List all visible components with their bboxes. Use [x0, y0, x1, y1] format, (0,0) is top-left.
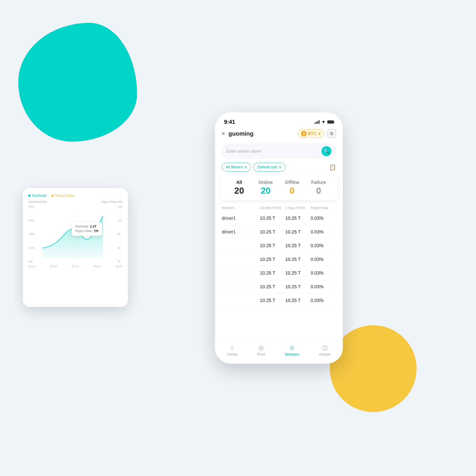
worker-10min-3: 10.25 T [260, 243, 285, 248]
hashrate-dot [28, 195, 31, 197]
worker-reject-1: 0.03% [311, 216, 336, 221]
chart-area: 300k 240k 180k 120k 60k 16E 12E 9E 6E 3E [28, 204, 122, 264]
stats-card: All 20 Online 20 Offline 0 Failure 0 [221, 175, 337, 200]
table-row[interactable]: driver1 10.25 T 10.25 T 0.03% [215, 225, 343, 239]
nav-workers[interactable]: ☺ Workers [285, 344, 299, 357]
nav-home[interactable]: ⌂ Home [227, 344, 238, 357]
worker-name-1: driver1 [222, 216, 260, 221]
sort-label: Default sort [257, 165, 277, 170]
tooltip-hashrate-row: Hashrate 1.2T [75, 224, 99, 228]
tooltip-reject-row: Reject Rate 1% [75, 229, 99, 233]
tooltip-reject-label: Reject Rate [75, 229, 92, 233]
worker-1day-2: 10.25 T [285, 229, 311, 235]
bottom-nav: ⌂ Home ◎ Pool ☺ Workers ◫ Assets [215, 340, 343, 364]
wifi-icon: ▼ [321, 120, 325, 124]
worker-10min-1: 10.25 T [260, 216, 285, 221]
chart-panel: Hashrate Reject Rate Hashrate(H/s) Rejec… [23, 188, 128, 307]
worker-reject-6: 0.03% [311, 284, 336, 289]
signal-icon [315, 120, 320, 124]
table-row[interactable]: 10.25 T 10.25 T 0.03% [215, 253, 343, 266]
stat-failure-value: 0 [305, 186, 332, 196]
nav-assets-label: Assets [319, 352, 331, 357]
miners-chevron: ∨ [244, 165, 247, 170]
header-right: ₿ BTC ∨ ⚙ [298, 129, 336, 138]
status-bar: 9:41 ▼ [215, 112, 343, 127]
search-button[interactable]: 🔍 [321, 146, 331, 156]
legend-reject: Reject Rate [51, 194, 74, 198]
worker-reject-2: 0.03% [311, 229, 336, 235]
worker-10min-5: 10.25 T [260, 271, 285, 276]
main-phone: 9:41 ▼ ≡ guoming ₿ BTC [215, 112, 343, 364]
y-right-label: Reject Rate (%) [102, 200, 122, 204]
table-row[interactable]: driver1 10.25 T 10.25 T 0.03% [215, 211, 343, 225]
phone-inner: 9:41 ▼ ≡ guoming ₿ BTC [215, 112, 343, 364]
worker-reject-7: 0.03% [311, 298, 336, 303]
worker-name-2: driver1 [222, 229, 260, 235]
sort-filter[interactable]: Default sort ∨ [254, 163, 285, 171]
edit-icon[interactable]: 📋 [329, 164, 336, 170]
chart-tooltip: Hashrate 1.2T Reject Rate 1% [72, 222, 102, 236]
tooltip-hashrate-value: 1.2T [90, 224, 96, 228]
app-header: ≡ guoming ₿ BTC ∨ ⚙ [215, 127, 343, 142]
worker-1day-4: 10.25 T [285, 257, 311, 262]
stat-offline: Offline 0 [279, 180, 305, 196]
reject-label: Reject Rate [55, 194, 74, 198]
username-label: guoming [228, 130, 254, 137]
stat-online-label: Online [252, 180, 279, 185]
stat-online-value: 20 [252, 186, 279, 196]
search-bar[interactable]: Enter worker name 🔍 [222, 143, 336, 159]
table-row[interactable]: 10.25 T 10.25 T 0.03% [215, 280, 343, 294]
bg-blob-teal [18, 23, 137, 142]
search-placeholder[interactable]: Enter worker name [226, 149, 319, 154]
x-axis-labels: 18:10 23:10 04:10 09:10 14:10 [28, 265, 122, 268]
stat-all-label: All [226, 180, 252, 185]
y-left-ticks: 300k 240k 180k 120k 60k [29, 204, 34, 264]
search-section: Enter worker name 🔍 [215, 142, 343, 163]
nav-assets[interactable]: ◫ Assets [319, 344, 331, 357]
worker-table: driver1 10.25 T 10.25 T 0.03% driver1 10… [215, 211, 343, 340]
miners-filter[interactable]: All Miners ∨ [222, 163, 251, 171]
status-icons: ▼ [315, 120, 334, 124]
tooltip-reject-value: 1% [94, 229, 99, 233]
nav-home-label: Home [227, 352, 238, 357]
stat-online: Online 20 [252, 180, 279, 196]
assets-icon: ◫ [322, 344, 328, 351]
pool-icon: ◎ [258, 344, 264, 351]
menu-icon[interactable]: ≡ [222, 131, 225, 136]
stat-offline-label: Offline [279, 180, 305, 185]
home-icon: ⌂ [230, 344, 234, 351]
table-row[interactable]: 10.25 T 10.25 T 0.03% [215, 266, 343, 280]
nav-pool-label: Pool [257, 352, 265, 357]
stat-failure-label: Failure [305, 180, 332, 185]
battery-icon [327, 120, 334, 124]
stat-offline-value: 0 [279, 186, 305, 196]
table-row[interactable]: 10.25 T 10.25 T 0.03% [215, 294, 343, 307]
nav-pool[interactable]: ◎ Pool [257, 344, 265, 357]
btc-selector[interactable]: ₿ BTC ∨ [298, 129, 324, 138]
y-left-label: Hashrate(H/s) [28, 200, 47, 204]
worker-10min-6: 10.25 T [260, 284, 285, 289]
sort-chevron: ∨ [279, 165, 281, 170]
chart-legend: Hashrate Reject Rate [28, 194, 122, 198]
settings-button[interactable]: ⚙ [327, 129, 336, 138]
btc-chevron: ∨ [318, 131, 321, 136]
workers-icon: ☺ [289, 344, 295, 351]
y-right-ticks: 16E 12E 9E 6E 3E [118, 204, 122, 264]
filter-row: All Miners ∨ Default sort ∨ 📋 [215, 163, 343, 175]
th-workers: Workers [222, 206, 260, 210]
stats-row: All 20 Online 20 Offline 0 Failure 0 [226, 180, 332, 196]
th-1day: 1-Day (TH/s) [285, 206, 311, 210]
chart-axis-labels: Hashrate(H/s) Reject Rate (%) [28, 200, 122, 204]
hashrate-label: Hashrate [32, 194, 47, 198]
legend-hashrate: Hashrate [28, 194, 47, 198]
table-row[interactable]: 10.25 T 10.25 T 0.03% [215, 239, 343, 253]
worker-10min-4: 10.25 T [260, 257, 285, 262]
th-reject: Reject Rate [311, 206, 336, 210]
worker-1day-5: 10.25 T [285, 271, 311, 276]
btc-label: BTC [308, 131, 316, 136]
worker-1day-6: 10.25 T [285, 284, 311, 289]
stat-failure: Failure 0 [305, 180, 332, 196]
worker-10min-2: 10.25 T [260, 229, 285, 235]
nav-workers-label: Workers [285, 352, 299, 357]
stat-all: All 20 [226, 180, 252, 196]
